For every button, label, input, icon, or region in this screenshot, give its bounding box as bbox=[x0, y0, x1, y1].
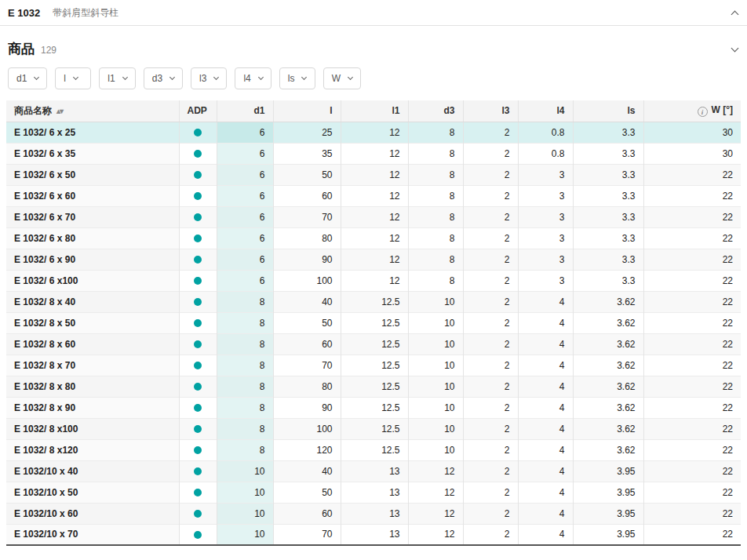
column-header-name[interactable]: 商品名称▴▾ bbox=[6, 100, 179, 122]
table-row[interactable]: E 1032/ 8 x 5085012.510243.6222 bbox=[6, 312, 741, 333]
product-name[interactable]: E 1032/10 x 70 bbox=[6, 524, 179, 545]
table-row[interactable]: E 1032/ 8 x 8088012.510243.6222 bbox=[6, 376, 741, 397]
value-cell: 12 bbox=[341, 143, 408, 164]
table-row[interactable]: E 1032/ 6 x 3563512820.83.330 bbox=[6, 143, 741, 164]
value-cell: 6 bbox=[217, 164, 273, 185]
table-row[interactable]: E 1032/ 8 x 9089012.510243.6222 bbox=[6, 397, 741, 418]
table-row[interactable]: E 1032/ 8 x 6086012.510243.6222 bbox=[6, 333, 741, 355]
product-name[interactable]: E 1032/ 8 x 70 bbox=[6, 355, 179, 376]
filter-dropdown-w[interactable]: W bbox=[323, 67, 361, 89]
value-cell: 22 bbox=[643, 460, 741, 482]
product-name[interactable]: E 1032/ 6 x 60 bbox=[6, 185, 179, 206]
product-name[interactable]: E 1032/ 8 x 60 bbox=[6, 333, 179, 355]
value-cell: 50 bbox=[273, 164, 341, 185]
article-title: 带斜肩型斜导柱 bbox=[53, 6, 118, 20]
product-name[interactable]: E 1032/ 8 x 90 bbox=[6, 397, 179, 418]
table-row[interactable]: E 1032/10 x 7010701312243.9522 bbox=[6, 524, 741, 545]
value-cell: 2 bbox=[463, 185, 518, 206]
value-cell: 3.3 bbox=[573, 249, 643, 270]
value-cell: 4 bbox=[518, 333, 573, 355]
product-name[interactable]: E 1032/ 6 x 50 bbox=[6, 164, 179, 185]
product-name[interactable]: E 1032/ 8 x120 bbox=[6, 439, 179, 460]
table-row[interactable]: E 1032/ 6 x 2562512820.83.330 bbox=[6, 122, 741, 143]
column-header-l4: l4 bbox=[518, 100, 573, 122]
table-row[interactable]: E 1032/ 8 x 4084012.510243.6222 bbox=[6, 291, 741, 312]
filter-dropdown-ls[interactable]: ls bbox=[279, 67, 315, 89]
product-name[interactable]: E 1032/ 6 x 35 bbox=[6, 143, 179, 164]
value-cell: 0.8 bbox=[518, 143, 573, 164]
product-name[interactable]: E 1032/10 x 60 bbox=[6, 503, 179, 524]
filter-dropdown-label: l bbox=[64, 73, 66, 84]
value-cell: 13 bbox=[341, 524, 408, 545]
value-cell: 22 bbox=[643, 524, 741, 545]
table-body: E 1032/ 6 x 2562512820.83.330E 1032/ 6 x… bbox=[6, 122, 741, 545]
value-cell: 2 bbox=[463, 227, 518, 249]
filter-dropdown-l3[interactable]: l3 bbox=[191, 67, 227, 89]
value-cell: 3 bbox=[518, 164, 573, 185]
availability-dot-icon bbox=[194, 319, 202, 327]
value-cell: 3.62 bbox=[573, 418, 643, 439]
product-name[interactable]: E 1032/10 x 50 bbox=[6, 482, 179, 503]
table-row[interactable]: E 1032/ 6 x 60660128233.322 bbox=[6, 185, 741, 206]
filter-dropdown-d3[interactable]: d3 bbox=[144, 67, 183, 89]
value-cell: 2 bbox=[463, 291, 518, 312]
value-cell: 12 bbox=[408, 503, 463, 524]
table-row[interactable]: E 1032/ 6 x 70670128233.322 bbox=[6, 206, 741, 227]
product-name[interactable]: E 1032/ 6 x 25 bbox=[6, 122, 179, 143]
table-row[interactable]: E 1032/ 8 x100810012.510243.6222 bbox=[6, 418, 741, 439]
value-cell: 22 bbox=[643, 418, 741, 439]
table-row[interactable]: E 1032/ 6 x 50650128233.322 bbox=[6, 164, 741, 185]
filter-dropdown-l[interactable]: l bbox=[55, 67, 91, 89]
product-name[interactable]: E 1032/ 8 x100 bbox=[6, 418, 179, 439]
value-cell: 3.62 bbox=[573, 376, 643, 397]
table-row[interactable]: E 1032/10 x 4010401312243.9522 bbox=[6, 460, 741, 482]
value-cell: 2 bbox=[463, 355, 518, 376]
availability-dot-icon bbox=[194, 467, 202, 475]
filter-dropdown-d1[interactable]: d1 bbox=[8, 67, 47, 89]
table-row[interactable]: E 1032/ 8 x 7087012.510243.6222 bbox=[6, 355, 741, 376]
table-row[interactable]: E 1032/ 6 x 90690128233.322 bbox=[6, 249, 741, 270]
product-name[interactable]: E 1032/ 6 x 90 bbox=[6, 249, 179, 270]
product-name[interactable]: E 1032/ 6 x 70 bbox=[6, 206, 179, 227]
value-cell: 3.95 bbox=[573, 482, 643, 503]
value-cell: 4 bbox=[518, 460, 573, 482]
column-header-l1: l1 bbox=[341, 100, 408, 122]
adp-cell bbox=[179, 333, 217, 355]
table-row[interactable]: E 1032/10 x 5010501312243.9522 bbox=[6, 482, 741, 503]
value-cell: 3 bbox=[518, 206, 573, 227]
value-cell: 3 bbox=[518, 270, 573, 291]
value-cell: 22 bbox=[643, 312, 741, 333]
table-row[interactable]: E 1032/ 6 x1006100128233.322 bbox=[6, 270, 741, 291]
product-name[interactable]: E 1032/ 8 x 40 bbox=[6, 291, 179, 312]
chevron-down-icon[interactable] bbox=[731, 44, 739, 52]
product-name[interactable]: E 1032/ 8 x 50 bbox=[6, 312, 179, 333]
sort-icon[interactable]: ▴▾ bbox=[56, 107, 63, 115]
product-name[interactable]: E 1032/10 x 40 bbox=[6, 460, 179, 482]
product-name[interactable]: E 1032/ 6 x 80 bbox=[6, 227, 179, 249]
value-cell: 8 bbox=[217, 355, 273, 376]
filter-dropdown-l4[interactable]: l4 bbox=[235, 67, 271, 89]
value-cell: 6 bbox=[217, 227, 273, 249]
table-row[interactable]: E 1032/10 x 6010601312243.9522 bbox=[6, 503, 741, 524]
value-cell: 2 bbox=[463, 439, 518, 460]
value-cell: 22 bbox=[643, 291, 741, 312]
chevron-up-icon[interactable] bbox=[731, 10, 739, 18]
value-cell: 2 bbox=[463, 503, 518, 524]
table-row[interactable]: E 1032/ 6 x 80680128233.322 bbox=[6, 227, 741, 249]
adp-cell bbox=[179, 355, 217, 376]
filter-dropdown-l1[interactable]: l1 bbox=[99, 67, 135, 89]
value-cell: 12.5 bbox=[341, 397, 408, 418]
value-cell: 12.5 bbox=[341, 418, 408, 439]
value-cell: 30 bbox=[643, 122, 741, 143]
adp-cell bbox=[179, 291, 217, 312]
adp-cell bbox=[179, 227, 217, 249]
filter-dropdown-label: ls bbox=[288, 73, 295, 84]
value-cell: 120 bbox=[273, 439, 341, 460]
value-cell: 3.3 bbox=[573, 143, 643, 164]
product-name[interactable]: E 1032/ 6 x100 bbox=[6, 270, 179, 291]
info-icon[interactable]: i bbox=[698, 107, 708, 117]
value-cell: 13 bbox=[341, 503, 408, 524]
table-row[interactable]: E 1032/ 8 x120812012.510243.6222 bbox=[6, 439, 741, 460]
product-name[interactable]: E 1032/ 8 x 80 bbox=[6, 376, 179, 397]
value-cell: 8 bbox=[217, 291, 273, 312]
